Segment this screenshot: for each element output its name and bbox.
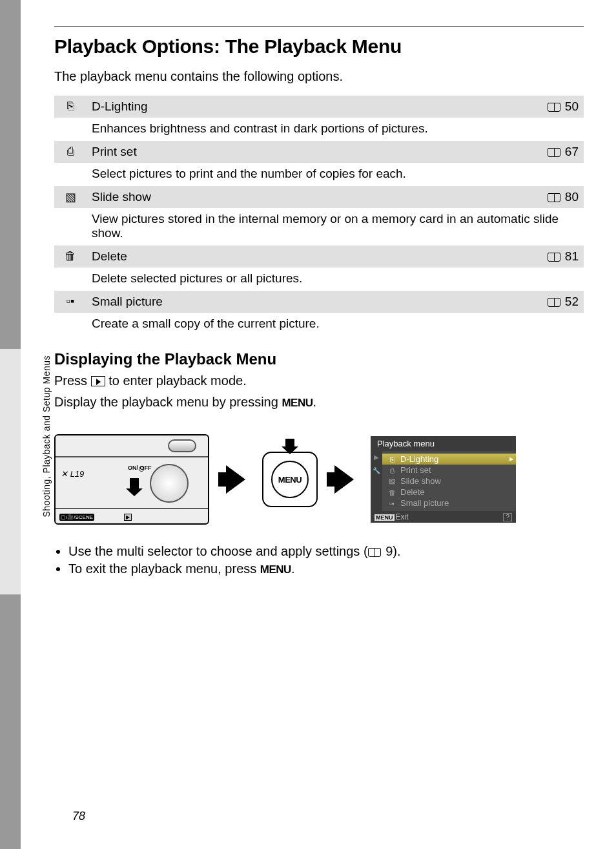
option-page-ref: 67 xyxy=(532,141,584,163)
screen-item-label: Delete xyxy=(400,487,425,497)
text: ). xyxy=(393,544,400,558)
option-description: Create a small copy of the current pictu… xyxy=(89,313,584,336)
exit-label: MENUExit xyxy=(375,512,409,521)
option-row-desc: Delete selected pictures or all pictures… xyxy=(54,267,584,291)
page: Shooting, Playback and Setup Menus Playb… xyxy=(0,0,616,849)
shutter-icon xyxy=(168,439,196,452)
book-icon xyxy=(548,148,560,157)
lens-icon xyxy=(150,464,189,503)
help-icon: ? xyxy=(503,513,512,521)
top-rule xyxy=(54,26,584,26)
screen-footer: MENUExit ? xyxy=(371,511,516,523)
option-page-ref: 80 xyxy=(532,186,584,208)
power-label: ON/ OFF xyxy=(128,465,152,471)
option-name: Delete xyxy=(89,246,532,267)
play-tab-icon: ▶ xyxy=(374,454,379,461)
screen-menu-item: ▧Slide show xyxy=(382,476,516,487)
menu-button-illustration: MENU xyxy=(262,452,318,507)
screen-item-icon: ⎘ xyxy=(387,456,396,463)
screen-menu-list: ⎘D-Lighting▶⎙Print set▧Slide show🗑Delete… xyxy=(382,451,516,511)
screen-menu-item: 🗑Delete xyxy=(382,487,516,498)
option-row-desc: View pictures stored in the internal mem… xyxy=(54,208,584,246)
screen-item-label: Print set xyxy=(400,465,431,475)
page-title: Playback Options: The Playback Menu xyxy=(54,36,584,58)
camera-model-label: ✕ L19 xyxy=(61,469,84,479)
page-number: 78 xyxy=(72,810,85,823)
down-arrow-icon xyxy=(130,478,139,490)
menu-button-label: MENU xyxy=(271,461,309,498)
screen-menu-item: ⎘D-Lighting▶ xyxy=(382,454,516,465)
arrow-right-icon xyxy=(226,465,245,494)
mode-dial-label: ▢/🎥/SCENE xyxy=(59,514,94,521)
screen-item-icon: ▫▪ xyxy=(387,499,396,507)
paper: Shooting, Playback and Setup Menus Playb… xyxy=(21,0,616,849)
page-ref: 9 xyxy=(385,544,393,558)
content-area: Playback Options: The Playback Menu The … xyxy=(54,26,584,579)
options-table: ⎘D-Lighting 50Enhances brightness and co… xyxy=(54,96,584,336)
option-page-ref: 50 xyxy=(532,96,584,118)
option-icon: ⎘ xyxy=(54,96,89,118)
option-name: D-Lighting xyxy=(89,96,532,118)
screen-item-icon: ▧ xyxy=(387,477,396,485)
book-icon xyxy=(548,103,560,112)
option-icon: 🗑 xyxy=(54,246,89,267)
book-icon xyxy=(548,253,560,262)
option-description: View pictures stored in the internal mem… xyxy=(89,208,584,246)
playback-button-icon xyxy=(91,376,105,386)
option-row-head: ▫▪Small picture 52 xyxy=(54,291,584,313)
text: Display the playback menu by pressing xyxy=(54,395,282,409)
model-text: L19 xyxy=(70,469,85,479)
list-item: To exit the playback menu, press MENU. xyxy=(68,561,584,576)
down-arrow-icon xyxy=(285,439,294,448)
menu-label-inline: MENU xyxy=(282,397,313,409)
menu-label-inline: MENU xyxy=(260,563,291,576)
camera-top-illustration: ✕ L19 ON/ OFF ▢/🎥/SCENE ▶ xyxy=(54,434,209,525)
option-name: Small picture xyxy=(89,291,532,313)
screen-menu-item: ▫▪Small picture xyxy=(382,498,516,508)
option-page-ref: 52 xyxy=(532,291,584,313)
option-row-head: 🗑Delete 81 xyxy=(54,246,584,267)
option-icon: ▧ xyxy=(54,186,89,208)
play-indicator-icon: ▶ xyxy=(124,514,132,521)
option-description: Delete selected pictures or all pictures… xyxy=(89,267,584,291)
text: . xyxy=(313,395,316,409)
screen-item-icon: 🗑 xyxy=(387,488,396,496)
side-chapter-label: Shooting, Playback and Setup Menus xyxy=(41,355,52,518)
screen-item-label: Small picture xyxy=(400,498,449,508)
illustration-row: ✕ L19 ON/ OFF ▢/🎥/SCENE ▶ MENU Playback … xyxy=(54,434,584,525)
setup-tab-icon: 🔧 xyxy=(373,467,380,474)
intro-text: The playback menu contains the following… xyxy=(54,69,584,84)
exit-text: Exit xyxy=(396,512,409,521)
book-icon xyxy=(548,193,560,202)
lcd-screen-illustration: Playback menu ▶ 🔧 ⎘D-Lighting▶⎙Print set… xyxy=(371,436,516,523)
option-description: Enhances brightness and contrast in dark… xyxy=(89,118,584,141)
option-description: Select pictures to print and the number … xyxy=(89,163,584,186)
screen-left-tabs: ▶ 🔧 xyxy=(371,451,382,511)
screen-title: Playback menu xyxy=(371,436,516,451)
option-icon: ▫▪ xyxy=(54,291,89,313)
list-item: Use the multi selector to choose and app… xyxy=(68,544,584,559)
option-name: Slide show xyxy=(89,186,532,208)
text: Press xyxy=(54,373,91,388)
text: . xyxy=(291,561,295,576)
arrow-right-icon xyxy=(334,465,354,494)
option-row-head: ▧Slide show 80 xyxy=(54,186,584,208)
subheading: Displaying the Playback Menu xyxy=(54,350,584,368)
text: To exit the playback menu, press xyxy=(68,561,260,576)
menu-tag: MENU xyxy=(375,514,395,521)
option-row-head: ⎙Print set 67 xyxy=(54,141,584,163)
screen-item-label: D-Lighting xyxy=(400,454,438,464)
book-icon xyxy=(548,298,560,307)
screen-menu-item: ⎙Print set xyxy=(382,465,516,476)
option-row-desc: Create a small copy of the current pictu… xyxy=(54,313,584,336)
book-icon xyxy=(368,548,381,557)
text: Use the multi selector to choose and app… xyxy=(68,544,368,558)
press-play-line: Press to enter playback mode. xyxy=(54,372,584,390)
press-menu-line: Display the playback menu by pressing ME… xyxy=(54,393,584,411)
screen-item-icon: ⎙ xyxy=(387,466,396,474)
option-page-ref: 81 xyxy=(532,246,584,267)
text: to enter playback mode. xyxy=(108,373,246,388)
option-row-desc: Select pictures to print and the number … xyxy=(54,163,584,186)
caret-right-icon: ▶ xyxy=(509,456,513,462)
option-row-head: ⎘D-Lighting 50 xyxy=(54,96,584,118)
